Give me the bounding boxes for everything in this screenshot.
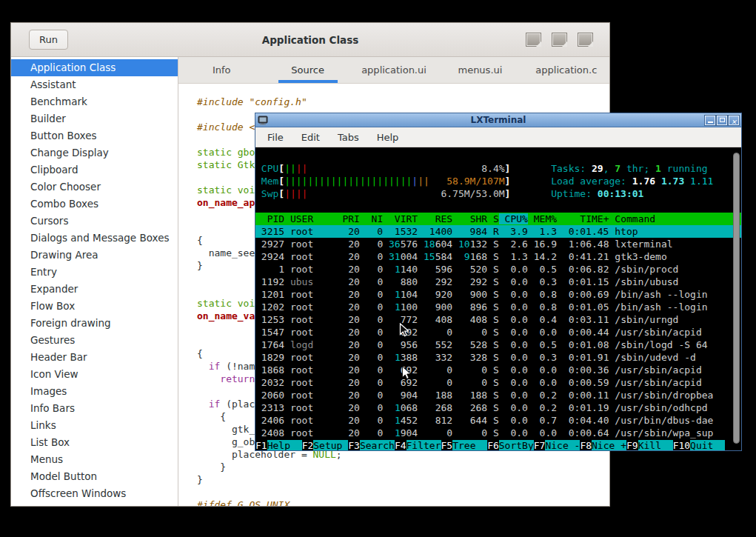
maximize-icon[interactable] — [717, 116, 727, 125]
fkey-label-kill[interactable]: Kill — [638, 440, 673, 450]
placeholder-icon[interactable] — [578, 33, 593, 47]
minimize-icon[interactable] — [705, 116, 715, 125]
menu-item-edit[interactable]: Edit — [294, 130, 327, 145]
sidebar-item-drawing-area[interactable]: Drawing Area — [11, 247, 178, 264]
tab-info[interactable]: Info — [178, 57, 264, 83]
sidebar-item-info-bars[interactable]: Info Bars — [11, 400, 178, 417]
terminal-titlebar[interactable]: LXTerminal — [255, 113, 741, 127]
process-row[interactable]: 1202 root 20 0 1100 900 896 S 0.0 0.8 0:… — [255, 301, 741, 313]
column-header-cpu[interactable]: CPU% — [499, 213, 528, 224]
run-button[interactable]: Run — [29, 30, 68, 50]
placeholder-icon[interactable] — [552, 33, 567, 47]
placeholder-icon[interactable] — [526, 33, 541, 47]
fkey-label-help[interactable]: Help — [267, 440, 302, 450]
process-row[interactable]: 3215 root 20 0 1532 1400 984 R 3.9 1.3 0… — [255, 225, 741, 238]
column-header-ni[interactable]: NI — [360, 213, 383, 224]
sidebar-item-gestures[interactable]: Gestures — [11, 332, 178, 349]
tab-source[interactable]: Source — [264, 57, 350, 83]
fkey-f1[interactable]: F1 — [255, 440, 267, 450]
sidebar-item-foreign-drawing[interactable]: Foreign drawing — [11, 315, 178, 332]
process-row[interactable]: 2313 root 20 0 1068 268 268 S 0.0 0.2 0:… — [255, 401, 741, 414]
process-row[interactable]: 1547 root 20 0 692 0 0 S 0.0 0.0 0:00.44… — [255, 326, 741, 338]
process-row[interactable]: 1764 logd 20 0 956 552 528 S 0.0 0.5 0:0… — [255, 338, 741, 351]
sidebar-item-button-boxes[interactable]: Button Boxes — [11, 127, 178, 144]
fkey-f9[interactable]: F9 — [626, 440, 638, 450]
sidebar-item-application-class[interactable]: Application Class — [11, 59, 178, 76]
sidebar-item-expander[interactable]: Expander — [11, 281, 178, 298]
sidebar-item-change-display[interactable]: Change Display — [11, 144, 178, 161]
process-row[interactable]: 2924 root 20 0 31004 15584 9168 S 1.3 14… — [255, 250, 741, 263]
fkey-label-setup[interactable]: Setup — [313, 440, 348, 450]
sidebar-item-dialogs-and-message-boxes[interactable]: Dialogs and Message Boxes — [11, 230, 178, 247]
sidebar-item-cursors[interactable]: Cursors — [11, 213, 178, 230]
sidebar-item-menus[interactable]: Menus — [11, 451, 178, 468]
column-header-shr[interactable]: SHR — [452, 213, 487, 224]
fkey-label-sortby[interactable]: SortBy — [499, 440, 534, 450]
process-row[interactable]: 1253 root 20 0 772 408 408 S 0.0 0.4 0:0… — [255, 313, 741, 326]
column-header-pid[interactable]: PID — [255, 213, 284, 224]
fkey-f4[interactable]: F4 — [395, 440, 407, 450]
sidebar-item-links[interactable]: Links — [11, 417, 178, 434]
column-header-user[interactable]: USER — [284, 213, 342, 224]
process-row[interactable]: 2060 root 20 0 904 188 188 S 0.0 0.2 0:0… — [255, 389, 741, 401]
fkey-label-nice[interactable]: Nice - — [545, 440, 580, 450]
column-header-mem[interactable]: MEM% — [528, 213, 557, 224]
column-header-command[interactable]: Command — [609, 213, 656, 224]
close-icon[interactable] — [729, 116, 739, 125]
tab-application-ui[interactable]: application.ui — [351, 57, 437, 83]
fkey-f5[interactable]: F5 — [441, 440, 453, 450]
htop-column-header-row[interactable]: PID USER PRI NI VIRT RES SHR S CPU% MEM%… — [255, 213, 741, 225]
tab-application-c[interactable]: application.c — [523, 57, 609, 83]
process-row[interactable]: 1868 root 20 0 692 0 0 S 0.0 0.0 0:00.36… — [255, 364, 741, 376]
sidebar-item-images[interactable]: Images — [11, 383, 178, 400]
sidebar-item-builder[interactable]: Builder — [11, 110, 178, 127]
terminal-text: S 0.0 0.4 0:03.11 /sbin/urngd — [487, 314, 678, 325]
fkey-f10[interactable]: F10 — [673, 440, 690, 450]
sidebar-item-model-button[interactable]: Model Button — [11, 468, 178, 485]
fkey-f8[interactable]: F8 — [580, 440, 592, 450]
menu-item-help[interactable]: Help — [369, 130, 407, 145]
sidebar-item-header-bar[interactable]: Header Bar — [11, 349, 178, 366]
fkey-f2[interactable]: F2 — [302, 440, 314, 450]
sidebar-item-benchmark[interactable]: Benchmark — [11, 93, 178, 110]
process-row[interactable]: 1829 root 20 0 1388 332 328 S 0.0 0.3 0:… — [255, 351, 741, 364]
process-row[interactable]: 1201 root 20 0 1104 920 900 S 0.0 0.8 0:… — [255, 288, 741, 301]
fkey-f3[interactable]: F3 — [348, 440, 360, 450]
menu-item-file[interactable]: File — [260, 130, 291, 145]
menu-item-tabs[interactable]: Tabs — [330, 130, 367, 145]
tab-menus-ui[interactable]: menus.ui — [437, 57, 523, 83]
sidebar-item-offscreen-windows[interactable]: Offscreen Windows — [11, 485, 178, 502]
fkey-label-quit[interactable]: Quit — [690, 440, 725, 450]
sidebar-item-entry[interactable]: Entry — [11, 264, 178, 281]
fkey-label-tree[interactable]: Tree — [452, 440, 487, 450]
column-header-virt[interactable]: VIRT — [383, 213, 418, 224]
fkey-label-nice[interactable]: Nice + — [592, 440, 626, 450]
process-row[interactable]: 1 root 20 0 1140 596 520 S 0.0 0.5 0:06.… — [255, 263, 741, 276]
process-row[interactable]: 2408 root 20 0 1904 0 0 S 0.0 0.0 0:00.6… — [255, 427, 741, 439]
terminal-text — [452, 427, 481, 438]
terminal-text: S 0.0 0.0 0:00.44 /usr/sbin/acpid — [487, 327, 702, 338]
scrollbar[interactable] — [733, 153, 740, 444]
sidebar-item-combo-boxes[interactable]: Combo Boxes — [11, 196, 178, 213]
process-row[interactable]: 2927 root 20 0 36576 18604 10132 S 2.6 1… — [255, 238, 741, 250]
sidebar-item-list-box[interactable]: List Box — [11, 434, 178, 451]
process-row[interactable]: 1192 ubus 20 0 880 292 292 S 0.0 0.3 0:0… — [255, 276, 741, 288]
column-header-res[interactable]: RES — [418, 213, 452, 224]
terminal-text — [418, 327, 446, 338]
column-header-s[interactable]: S — [487, 213, 499, 224]
terminal-text: S 0.0 0.3 0:01.15 /sbin/ubusd — [487, 276, 678, 287]
process-row[interactable]: 2406 root 20 0 1452 812 644 S 0.0 0.7 0:… — [255, 414, 741, 427]
fkey-label-filter[interactable]: Filter — [407, 440, 441, 450]
fkey-label-search[interactable]: Search — [360, 440, 395, 450]
sidebar-item-flow-box[interactable]: Flow Box — [11, 298, 178, 315]
process-row[interactable]: 2032 root 20 0 692 0 0 S 0.0 0.0 0:00.59… — [255, 376, 741, 389]
fkey-f7[interactable]: F7 — [534, 440, 546, 450]
terminal-text: 00:13:01 — [598, 188, 644, 199]
fkey-f6[interactable]: F6 — [487, 440, 499, 450]
sidebar-item-color-chooser[interactable]: Color Chooser — [11, 179, 178, 196]
sidebar-item-icon-view[interactable]: Icon View — [11, 366, 178, 383]
column-header-time[interactable]: TIME+ — [557, 213, 609, 224]
sidebar-item-clipboard[interactable]: Clipboard — [11, 161, 178, 179]
column-header-pri[interactable]: PRI — [342, 213, 359, 224]
sidebar-item-assistant[interactable]: Assistant — [11, 76, 178, 93]
